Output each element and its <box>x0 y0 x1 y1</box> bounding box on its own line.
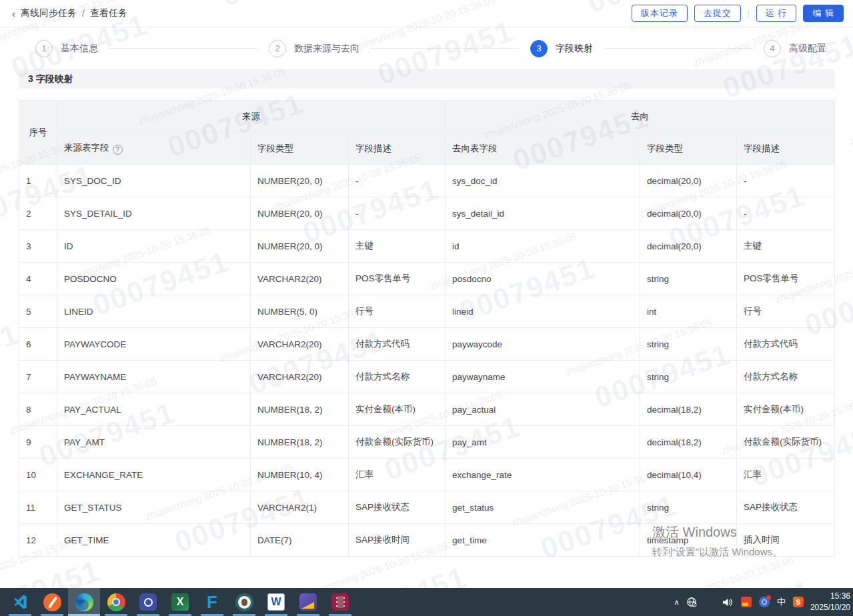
pen-app-icon[interactable] <box>36 588 68 616</box>
clock-time: 15:36 <box>810 591 850 602</box>
cell-index: 8 <box>19 393 57 426</box>
run-button[interactable]: 运 行 <box>756 5 797 22</box>
cell-target-type: decimal(18,2) <box>640 426 737 459</box>
notification-app-icon[interactable] <box>759 597 770 607</box>
windows-icon[interactable] <box>704 597 715 607</box>
cell-source-desc: 付款方式代码 <box>349 328 446 361</box>
cell-source-field: PAYWAYNAME <box>57 361 251 393</box>
vscode-icon[interactable] <box>4 588 36 616</box>
foxmail-tray-icon[interactable] <box>741 597 752 607</box>
cell-target-field: lineid <box>446 295 640 328</box>
col-header-source-desc: 字段描述 <box>349 133 446 165</box>
breadcrumb-separator: / <box>82 8 85 19</box>
col-group-source: 来源 <box>57 101 446 133</box>
network-globe-icon[interactable] <box>686 597 697 607</box>
cell-index: 3 <box>19 230 57 263</box>
blue-ring-glyph <box>139 593 157 611</box>
cell-source-type: NUMBER(20, 0) <box>251 230 349 263</box>
cell-target-type: decimal(20,0) <box>640 230 737 263</box>
section-header: 3 字段映射 <box>19 69 834 89</box>
ime-indicator[interactable]: 中 <box>777 596 786 608</box>
step-field-mapping[interactable]: 3 字段映射 <box>530 40 593 57</box>
cell-source-field: POSDOCNO <box>57 263 251 295</box>
cell-target-type: decimal(20,0) <box>640 197 737 230</box>
button-divider: | <box>748 9 750 18</box>
watermark-code-text: 00079451 <box>672 574 817 588</box>
cell-source-type: NUMBER(5, 0) <box>251 295 349 328</box>
version-history-button[interactable]: 版本记录 <box>632 5 688 22</box>
table-row: 8PAY_ACTUALNUMBER(18, 2)实付金额(本币)pay_actu… <box>19 393 835 426</box>
cell-target-field: sys_detail_id <box>446 197 640 230</box>
help-icon[interactable]: ? <box>113 145 123 155</box>
watermark-code-text: 00079451 <box>0 554 105 588</box>
cell-source-type: NUMBER(18, 2) <box>251 393 349 426</box>
step-source-target[interactable]: 2 数据来源与去向 <box>269 40 359 57</box>
dbeaver-icon[interactable] <box>228 588 260 616</box>
volume-icon[interactable] <box>722 597 734 607</box>
chrome-icon[interactable] <box>100 588 132 616</box>
cell-source-type: NUMBER(10, 4) <box>251 459 349 491</box>
field-mapping-table: 序号 来源 去向 来源表字段? 字段类型 字段描述 去向表字段 字段类型 字段描… <box>19 100 835 557</box>
step-3-circle: 3 <box>530 40 548 57</box>
field-mapping-table-container: 序号 来源 去向 来源表字段? 字段类型 字段描述 去向表字段 字段类型 字段描… <box>19 100 834 557</box>
foxmail-icon[interactable] <box>292 588 324 616</box>
chevron-up-icon[interactable]: ∧ <box>674 598 679 607</box>
cell-target-desc: 主键 <box>737 230 835 263</box>
watermark-tile: zhujianzhong 2025-10-20 15:36:0500079451 <box>850 443 853 588</box>
table-row: 9PAY_AMTNUMBER(18, 2)付款金额(实际货币)pay_amtde… <box>19 426 835 459</box>
step-4-label: 高级配置 <box>789 43 826 55</box>
cell-source-desc: 行号 <box>349 295 446 328</box>
excel-icon[interactable]: X <box>164 588 196 616</box>
edge-icon[interactable] <box>68 588 100 616</box>
step-basic-info[interactable]: 1 基本信息 <box>35 40 98 57</box>
submit-button[interactable]: 去提交 <box>694 5 741 22</box>
cell-source-desc: POS零售单号 <box>349 263 446 295</box>
col-header-source-type: 字段类型 <box>251 133 349 165</box>
edit-button[interactable]: 编 辑 <box>803 5 844 22</box>
cell-source-type: NUMBER(20, 0) <box>251 165 349 197</box>
taskbar-clock[interactable]: 15:36 2025/10/20 <box>810 591 853 614</box>
cell-target-field: get_status <box>446 491 640 524</box>
action-buttons: 版本记录 去提交 | 运 行 编 辑 <box>632 5 844 22</box>
cell-target-desc: 付款金额(实际货币) <box>737 426 835 459</box>
excel-glyph: X <box>171 593 189 611</box>
cell-target-field: pay_amt <box>446 426 640 459</box>
step-2-circle: 2 <box>269 40 286 57</box>
table-row: 2SYS_DETAIL_IDNUMBER(20, 0)-sys_detail_i… <box>19 197 835 230</box>
cell-source-field: SYS_DETAIL_ID <box>57 197 251 230</box>
database-app-icon[interactable] <box>324 588 356 616</box>
step-advanced-config[interactable]: 4 高级配置 <box>764 40 826 57</box>
cell-target-type: string <box>640 361 737 393</box>
step-1-label: 基本信息 <box>61 43 98 55</box>
table-row: 7PAYWAYNAMEVARCHAR2(20)付款方式名称paywaynames… <box>19 361 835 393</box>
blue-ring-app-icon[interactable] <box>132 588 164 616</box>
watermark-code-text: 00079451 <box>327 561 472 588</box>
word-glyph: W <box>267 593 285 611</box>
blue-f-app-icon[interactable]: F <box>196 588 228 616</box>
cell-index: 9 <box>19 426 57 459</box>
cell-source-desc: - <box>349 197 446 230</box>
table-row: 1SYS_DOC_IDNUMBER(20, 0)-sys_doc_iddecim… <box>19 165 835 197</box>
sogou-icon[interactable]: S <box>793 597 804 607</box>
cell-target-type: decimal(20,0) <box>640 165 737 197</box>
cell-source-desc: 付款金额(实际货币) <box>349 426 446 459</box>
back-icon[interactable]: ‹ <box>12 8 15 19</box>
breadcrumb-parent[interactable]: 离线同步任务 <box>21 7 77 19</box>
section-title: 3 字段映射 <box>28 73 73 85</box>
cell-index: 7 <box>19 361 57 393</box>
cell-source-field: SYS_DOC_ID <box>57 165 251 197</box>
cell-target-type: decimal(18,2) <box>640 393 737 426</box>
watermark-user-text: zhujianzhong 2025-10-20 15:36:05 <box>646 553 796 588</box>
table-row: 12GET_TIMEDATE(7)SAP接收时间get_timetimestam… <box>19 524 835 557</box>
cell-source-field: ID <box>57 230 251 263</box>
watermark-user-text: zhujianzhong 2025-10-20 15:36:05 <box>848 86 853 147</box>
word-icon[interactable]: W <box>260 588 292 616</box>
blue-f-glyph: F <box>207 593 217 611</box>
cell-source-field: PAYWAYCODE <box>57 328 251 361</box>
cell-target-type: timestamp <box>640 524 737 557</box>
topbar: ‹ 离线同步任务 / 查看任务 版本记录 去提交 | 运 行 编 辑 <box>0 0 853 27</box>
watermark-user-text: zhujianzhong 2025-10-20 15:36:05 <box>0 296 2 357</box>
cell-source-type: VARCHAR2(20) <box>251 263 349 295</box>
cell-index: 5 <box>19 295 57 328</box>
cell-target-desc: 付款方式代码 <box>737 328 835 361</box>
